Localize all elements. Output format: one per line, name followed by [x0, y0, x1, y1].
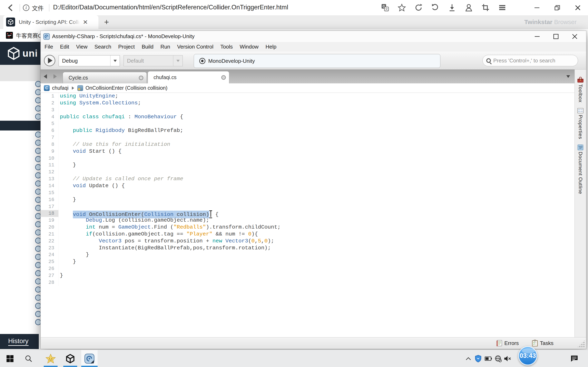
svg-text:文: 文 [385, 7, 388, 11]
taskbar-twinkstar-button[interactable] [43, 350, 58, 367]
unity-logo-text: uni [22, 48, 38, 59]
editor-tab-strip: Cycle.cschufaqi.cs [41, 69, 575, 83]
tray-battery-icon[interactable] [484, 350, 493, 367]
floating-clock-overlay[interactable]: 03:43 [518, 346, 537, 365]
line-number: 20 [41, 224, 59, 231]
page-info-icon[interactable]: i [23, 4, 29, 11]
tab-close-icon[interactable] [221, 75, 226, 80]
platform-select[interactable]: Default [123, 55, 183, 66]
code-line: 13 // Update is called once per frame [41, 175, 575, 183]
dock-tab-properties[interactable]: Properties [577, 108, 584, 139]
menu-window[interactable]: Window [236, 44, 262, 50]
start-button[interactable] [4, 350, 16, 367]
browser-back-button[interactable] [6, 3, 16, 13]
ide-titlebar[interactable]: Assembly-CSharp - Scripts\chufaqi.cs* - … [41, 31, 586, 42]
menu-file[interactable]: File [41, 44, 57, 50]
code-editor[interactable]: 1using UnityEngine;2using System.Collect… [41, 93, 575, 337]
browser-brand: Twinkstar Browser [524, 18, 577, 25]
tab-nav-back-icon[interactable] [42, 73, 48, 80]
taskbar-unity-button[interactable] [63, 350, 78, 367]
bookmark-item[interactable]: 牛客竞赛C [16, 31, 42, 39]
line-number: 16 [41, 196, 59, 203]
volume-muted-icon[interactable] [503, 350, 512, 367]
url-field[interactable]: D:/Editor/Data/Documentation/html/en/Scr… [53, 4, 359, 11]
menu-project[interactable]: Project [115, 44, 138, 50]
ide-statusbar: Errors Tasks [41, 337, 586, 349]
line-number: 4 [41, 114, 59, 120]
editor-tab-cycle-cs[interactable]: Cycle.cs [63, 72, 147, 83]
resize-grip[interactable] [577, 340, 585, 348]
tray-expand-chevron-icon[interactable] [464, 350, 473, 367]
tab-close-icon[interactable] [139, 76, 143, 80]
ide-toolbar: Debug Default MonoDevelop-Unity [41, 52, 586, 69]
security-shield-icon[interactable] [474, 350, 483, 367]
line-number: 24 [41, 251, 59, 258]
unity-favicon [6, 17, 15, 26]
line-number: 14 [41, 183, 59, 189]
code-line: 18 void OnCollisionEnter(Collision colli… [41, 210, 575, 217]
browser-minimize-button[interactable] [527, 0, 547, 15]
menu-version-control[interactable]: Version Control [173, 44, 217, 50]
code-line: 28 [41, 279, 575, 286]
tasks-label: Tasks [540, 340, 553, 346]
menu-icon[interactable] [498, 3, 507, 12]
code-line: 23 Instantiate(BigRedBallPrefab,pos,tran… [41, 245, 575, 252]
breadcrumb-class[interactable]: chufaqi [52, 85, 69, 91]
code-line: 16 } [41, 196, 575, 203]
screenshot-crop-icon[interactable] [481, 3, 490, 12]
editor-tab-chufaqi-cs[interactable]: chufaqi.cs [148, 71, 229, 83]
menu-search[interactable]: Search [91, 44, 115, 50]
menu-edit[interactable]: Edit [57, 44, 73, 50]
history-link[interactable]: History [8, 337, 29, 346]
line-number: 15 [41, 189, 59, 196]
action-center-button[interactable] [569, 350, 580, 367]
chevron-down-icon [110, 55, 120, 66]
browser-restore-button[interactable] [547, 0, 568, 15]
file-protocol-button[interactable]: 文件 [32, 4, 44, 12]
dock-tab-toolbox[interactable]: Toolbox [577, 77, 584, 103]
ide-maximize-button[interactable] [546, 31, 565, 42]
dock-tab-document-outline[interactable]: Document Outline [577, 144, 584, 194]
ide-close-button[interactable] [565, 31, 584, 42]
run-button[interactable] [44, 55, 55, 66]
ide-minimize-button[interactable] [528, 31, 546, 42]
docs-nav-selected-item[interactable] [0, 121, 40, 131]
divider [49, 4, 49, 11]
new-tab-button[interactable]: + [101, 17, 112, 27]
browser-close-button[interactable] [568, 0, 588, 15]
menu-tools[interactable]: Tools [217, 44, 236, 50]
refresh-icon[interactable] [414, 3, 423, 12]
translate-icon[interactable]: G 文 [380, 3, 389, 12]
tasks-icon [532, 340, 538, 347]
run-configuration-select[interactable]: Debug [59, 55, 120, 66]
menu-help[interactable]: Help [262, 44, 280, 50]
download-icon[interactable] [448, 3, 457, 12]
tab-list-dropdown-icon[interactable] [566, 75, 570, 78]
line-number: 1 [41, 93, 59, 100]
run-configuration-value: Debug [62, 58, 110, 64]
browser-tab-close-icon[interactable]: ✕ [81, 18, 89, 26]
menu-view[interactable]: View [73, 44, 91, 50]
breadcrumb-member[interactable]: OnCollisionEnter (Collision collision) [86, 85, 168, 91]
tab-nav-forward-icon[interactable] [52, 73, 58, 80]
browser-tab-unity-docs[interactable]: Unity - Scripting API: Collide ✕ [3, 15, 98, 29]
code-line: 19 Debug.Log (collision.gameObject.name)… [41, 217, 575, 224]
properties-icon [577, 108, 584, 114]
code-line: 22 Vector3 pos = transform.position + ne… [41, 238, 575, 245]
taskbar-search-button[interactable] [22, 350, 35, 367]
line-number: 23 [41, 245, 59, 252]
taskbar-monodevelop-button[interactable] [81, 350, 98, 367]
network-globe-icon[interactable] [494, 350, 503, 367]
code-line: 21 if(collision.gameObject.tag == "Playe… [41, 231, 575, 238]
bookmark-star-icon[interactable] [397, 3, 406, 12]
code-line: 27} [41, 272, 575, 279]
menu-build[interactable]: Build [138, 44, 157, 50]
platform-value: Default [127, 58, 173, 64]
menu-run[interactable]: Run [157, 44, 174, 50]
search-input[interactable] [493, 58, 571, 64]
tasks-pad-button[interactable]: Tasks [532, 339, 553, 347]
errors-pad-button[interactable]: Errors [496, 339, 519, 347]
ide-search-box [483, 55, 578, 66]
profile-icon[interactable] [464, 3, 473, 12]
history-icon[interactable] [431, 3, 440, 12]
